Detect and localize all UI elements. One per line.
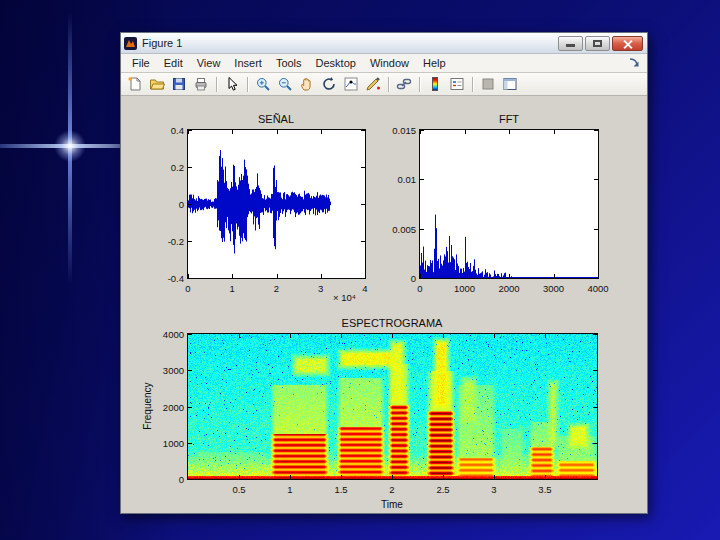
floppy-disk-icon	[171, 76, 187, 92]
y-tick-label: 0	[179, 474, 184, 485]
maximize-icon	[593, 40, 602, 47]
link-icon	[396, 76, 412, 92]
x-tick-label: 3	[318, 283, 323, 294]
toolbar	[121, 73, 647, 96]
window-controls	[558, 36, 643, 51]
menu-tools[interactable]: Tools	[269, 56, 309, 70]
insert-colorbar-button[interactable]	[425, 75, 445, 94]
y-tick-label: 0.01	[398, 174, 417, 185]
x-tick-label: 3000	[543, 283, 564, 294]
zoom-out-button[interactable]	[275, 75, 295, 94]
menu-desktop[interactable]: Desktop	[309, 56, 363, 70]
hide-plot-tools-icon	[480, 76, 496, 92]
x-tick-label: 3	[491, 484, 496, 495]
menu-window[interactable]: Window	[363, 56, 416, 70]
zoom-in-icon	[255, 76, 271, 92]
x-tick-label: 0.5	[232, 484, 245, 495]
matlab-icon	[124, 37, 137, 50]
rotate-icon	[321, 76, 337, 92]
espectrograma-plot-canvas[interactable]	[187, 333, 598, 480]
window-title: Figure 1	[142, 37, 558, 49]
time-axis-label: Time	[381, 499, 403, 510]
brush-data-button[interactable]	[363, 75, 383, 94]
zoom-out-icon	[277, 76, 293, 92]
data-cursor-button[interactable]	[341, 75, 361, 94]
y-tick-label: 2000	[163, 402, 184, 413]
arrow-cursor-icon	[224, 76, 240, 92]
data-cursor-icon	[343, 76, 359, 92]
x-tick-label: 2.5	[436, 484, 449, 495]
minimize-icon	[566, 44, 575, 47]
hide-plot-tools-button[interactable]	[478, 75, 498, 94]
y-tick-label: 3000	[163, 365, 184, 376]
open-folder-icon	[149, 76, 165, 92]
menu-bar: File Edit View Insert Tools Desktop Wind…	[121, 54, 647, 73]
legend-icon	[449, 76, 465, 92]
colorbar-icon	[427, 76, 443, 92]
x-tick-label: 0	[417, 283, 422, 294]
figure-canvas: SEÑAL × 10⁴ FFT ESPECTROGRAMA Frequency …	[121, 96, 647, 513]
printer-icon	[193, 76, 209, 92]
dock-figure-arrow-icon[interactable]	[627, 56, 641, 70]
y-tick-label: 0	[179, 199, 184, 210]
y-tick-label: 0.015	[392, 125, 416, 136]
menu-file[interactable]: File	[125, 56, 157, 70]
insert-legend-button[interactable]	[447, 75, 467, 94]
show-plot-tools-button[interactable]	[500, 75, 520, 94]
print-figure-button[interactable]	[191, 75, 211, 94]
menu-view[interactable]: View	[190, 56, 228, 70]
y-tick-label: 0.2	[171, 162, 184, 173]
fft-title: FFT	[499, 113, 519, 125]
x-tick-label: 2	[274, 283, 279, 294]
senal-plot-canvas[interactable]	[187, 129, 366, 279]
matlab-figure-window: Figure 1 File Edit View Insert Tools Des…	[120, 32, 648, 514]
x-tick-label: 2	[389, 484, 394, 495]
espectrograma-title: ESPECTROGRAMA	[342, 317, 443, 329]
x-tick-label: 3.5	[538, 484, 551, 495]
minimize-button[interactable]	[558, 36, 583, 51]
x-tick-label: 1000	[454, 283, 475, 294]
y-tick-label: 4000	[163, 329, 184, 340]
x-tick-label: 1	[287, 484, 292, 495]
y-tick-label: 0.4	[171, 125, 184, 136]
zoom-in-button[interactable]	[253, 75, 273, 94]
x-tick-label: 1	[230, 283, 235, 294]
maximize-button[interactable]	[585, 36, 610, 51]
x-tick-label: 2000	[498, 283, 519, 294]
y-tick-label: 0.005	[392, 224, 416, 235]
y-tick-label: -0.4	[168, 273, 184, 284]
rotate-3d-button[interactable]	[319, 75, 339, 94]
edit-plot-button[interactable]	[222, 75, 242, 94]
open-file-button[interactable]	[147, 75, 167, 94]
y-tick-label: -0.2	[168, 236, 184, 247]
frequency-axis-label: Frequency	[142, 382, 153, 429]
fft-plot-canvas[interactable]	[419, 129, 599, 279]
link-plot-button[interactable]	[394, 75, 414, 94]
y-tick-label: 1000	[163, 438, 184, 449]
new-document-icon	[127, 76, 143, 92]
close-button[interactable]	[612, 36, 643, 51]
x-tick-label: 0	[185, 283, 190, 294]
senal-x-scale-label: × 10⁴	[333, 292, 356, 303]
y-tick-label: 0	[411, 273, 416, 284]
x-tick-label: 1.5	[334, 484, 347, 495]
background-flare-core	[54, 130, 86, 162]
menu-insert[interactable]: Insert	[227, 56, 269, 70]
new-figure-button[interactable]	[125, 75, 145, 94]
save-figure-button[interactable]	[169, 75, 189, 94]
window-titlebar[interactable]: Figure 1	[121, 33, 647, 54]
x-tick-label: 4	[362, 283, 367, 294]
menu-help[interactable]: Help	[416, 56, 453, 70]
slide-background: { "window": { "title": "Figure 1", "wind…	[0, 0, 720, 540]
hand-icon	[299, 76, 315, 92]
x-tick-label: 4000	[587, 283, 608, 294]
menu-edit[interactable]: Edit	[157, 56, 190, 70]
brush-icon	[365, 76, 381, 92]
show-plot-tools-icon	[502, 76, 518, 92]
pan-button[interactable]	[297, 75, 317, 94]
senal-title: SEÑAL	[258, 113, 294, 125]
